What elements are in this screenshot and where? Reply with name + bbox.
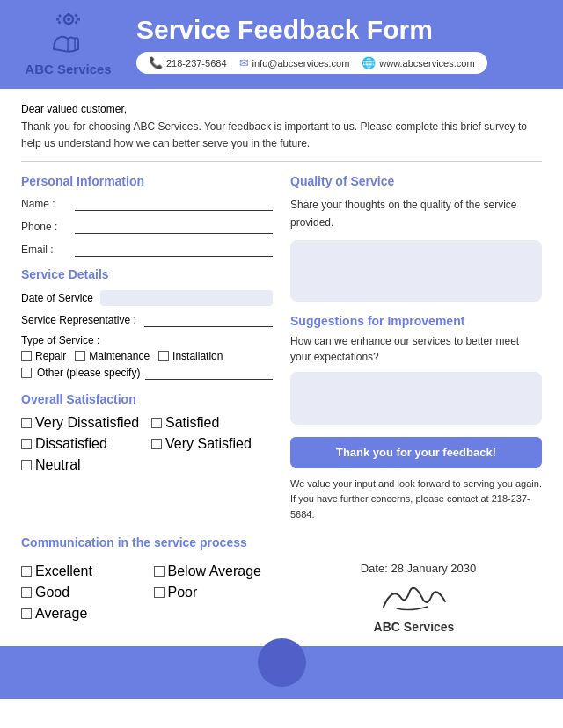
suggestions-textarea[interactable] xyxy=(290,372,542,425)
svg-rect-5 xyxy=(77,18,80,21)
globe-icon: 🌐 xyxy=(362,56,376,69)
website-text: www.abcservices.com xyxy=(379,58,474,69)
dissatisfied-item: Dissatisfied xyxy=(21,436,143,452)
dos-input-box[interactable] xyxy=(100,290,273,306)
header-title: Service Feedback Form xyxy=(136,15,545,45)
svg-rect-7 xyxy=(74,13,77,17)
email-field-row: Email : xyxy=(21,243,273,257)
footer-circle xyxy=(258,638,306,687)
excellent-checkbox[interactable] xyxy=(21,566,32,577)
personal-info-title: Personal Information xyxy=(21,174,273,188)
svg-rect-3 xyxy=(67,23,69,25)
communication-section: Communication in the service process Exc… xyxy=(21,535,542,634)
rep-input-line[interactable] xyxy=(144,313,273,327)
two-column-layout: Personal Information Name : Phone : Emai… xyxy=(21,174,542,522)
header-title-normal: Service Feedback xyxy=(136,15,367,44)
good-checkbox[interactable] xyxy=(21,587,32,598)
other-label: Other (please specify) xyxy=(37,367,140,379)
installation-checkbox[interactable] xyxy=(158,351,169,361)
maintenance-checkbox-item: Maintenance xyxy=(75,350,150,362)
contact-bar: 📞 218-237-5684 ✉ info@abcservices.com 🌐 … xyxy=(136,52,487,74)
poor-checkbox[interactable] xyxy=(154,587,165,598)
type-options: Repair Maintenance Installation xyxy=(21,350,273,362)
satisfied-item: Satisfied xyxy=(151,415,273,431)
date-of-service-row: Date of Service xyxy=(21,290,273,306)
rep-row: Service Representative : xyxy=(21,313,273,327)
very-satisfied-item: Very Satisfied xyxy=(151,436,273,452)
type-row: Type of Service : Repair Maintenance xyxy=(21,334,273,380)
satisfaction-section: Overall Satisfaction Very Dissatisfied S… xyxy=(21,392,273,473)
poor-item: Poor xyxy=(154,585,278,601)
suggestions-title: Suggestions for Improvement xyxy=(290,314,542,328)
very-dissatisfied-checkbox[interactable] xyxy=(21,418,32,428)
satisfied-label: Satisfied xyxy=(165,415,219,431)
email-input-line[interactable] xyxy=(75,243,273,257)
maintenance-label: Maintenance xyxy=(89,350,150,362)
header-right: Service Feedback Form 📞 218-237-5684 ✉ i… xyxy=(136,15,545,74)
repair-checkbox[interactable] xyxy=(21,351,32,361)
neutral-label: Neutral xyxy=(35,457,81,473)
intro-body: Thank you for choosing ABC Services. You… xyxy=(21,119,542,152)
quality-title: Quality of Service xyxy=(290,174,542,188)
header-title-bold: Form xyxy=(367,15,433,44)
quality-textarea[interactable] xyxy=(290,240,542,302)
name-input-line[interactable] xyxy=(75,197,273,211)
maintenance-checkbox[interactable] xyxy=(75,351,85,361)
date-text: Date: 28 January 2030 xyxy=(352,562,477,575)
thank-note: We value your input and look forward to … xyxy=(290,477,542,523)
average-label: Average xyxy=(35,606,87,622)
thank-you-button: Thank you for your feedback! xyxy=(290,437,542,468)
email-text: info@abcservices.com xyxy=(252,58,350,69)
logo-label: ABC Services xyxy=(25,62,111,76)
divider xyxy=(21,161,542,162)
very-satisfied-checkbox[interactable] xyxy=(151,439,162,449)
other-checkbox[interactable] xyxy=(21,368,32,378)
dissatisfied-checkbox[interactable] xyxy=(21,439,32,449)
comm-left: Excellent Below Average Good Poor xyxy=(21,558,277,634)
footer xyxy=(0,646,563,699)
type-label: Type of Service : xyxy=(21,334,99,346)
logo-icon xyxy=(47,12,91,58)
left-column: Personal Information Name : Phone : Emai… xyxy=(21,174,273,522)
svg-rect-8 xyxy=(57,20,61,24)
satisfaction-title: Overall Satisfaction xyxy=(21,392,273,406)
svg-rect-4 xyxy=(56,18,59,21)
very-dissatisfied-item: Very Dissatisfied xyxy=(21,415,143,431)
suggestions-description: How can we enhance our services to bette… xyxy=(290,333,542,365)
phone-input-line[interactable] xyxy=(75,220,273,234)
phone-label: Phone : xyxy=(21,221,69,233)
svg-rect-2 xyxy=(67,13,69,16)
satisfied-checkbox[interactable] xyxy=(151,418,162,428)
repair-label: Repair xyxy=(35,350,66,362)
quality-description: Share your thoughts on the quality of th… xyxy=(290,197,542,230)
header: ABC Services Service Feedback Form 📞 218… xyxy=(0,0,563,89)
excellent-item: Excellent xyxy=(21,564,145,579)
installation-label: Installation xyxy=(172,350,223,362)
svg-point-1 xyxy=(67,18,70,21)
neutral-item: Neutral xyxy=(21,457,143,473)
abc-services-label: ABC Services xyxy=(374,620,455,634)
name-label: Name : xyxy=(21,198,69,210)
name-field-row: Name : xyxy=(21,197,273,211)
email-contact: ✉ info@abcservices.com xyxy=(239,56,350,69)
email-label: Email : xyxy=(21,244,69,256)
below-average-checkbox[interactable] xyxy=(154,566,165,577)
dos-label: Date of Service xyxy=(21,292,100,304)
svg-rect-6 xyxy=(57,14,61,18)
very-satisfied-label: Very Satisfied xyxy=(165,436,252,452)
communication-layout: Excellent Below Average Good Poor xyxy=(21,558,542,634)
phone-text: 218-237-5684 xyxy=(166,58,227,69)
phone-icon: 📞 xyxy=(149,56,163,69)
average-checkbox[interactable] xyxy=(21,608,32,619)
body: Dear valued customer, Thank you for choo… xyxy=(0,89,563,634)
average-item: Average xyxy=(21,606,145,622)
neutral-checkbox[interactable] xyxy=(21,460,32,470)
phone-field-row: Phone : xyxy=(21,220,273,234)
comm-right-date: Date: 28 January 2030 ABC Services xyxy=(286,558,542,634)
satisfaction-grid: Very Dissatisfied Satisfied Dissatisfied xyxy=(21,415,273,473)
excellent-label: Excellent xyxy=(35,564,92,579)
other-input-line[interactable] xyxy=(145,366,273,380)
service-details-title: Service Details xyxy=(21,267,273,281)
page: ABC Services Service Feedback Form 📞 218… xyxy=(0,0,563,728)
very-dissatisfied-label: Very Dissatisfied xyxy=(35,415,139,431)
